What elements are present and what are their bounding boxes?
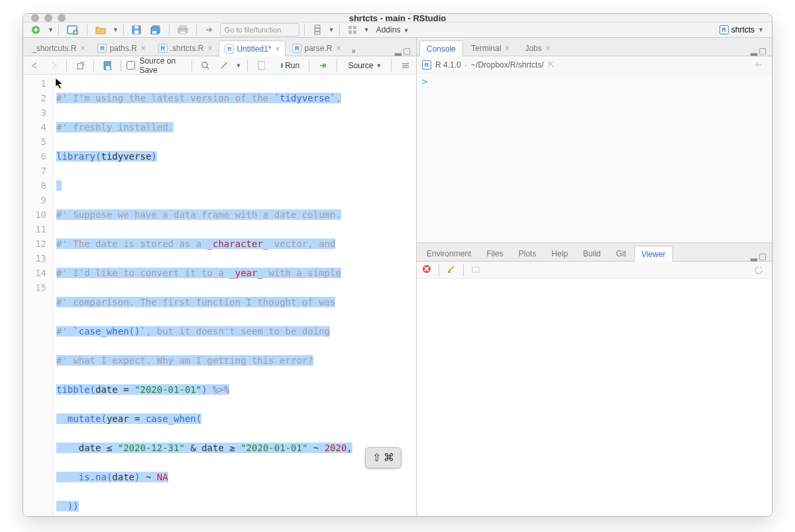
goto-file-input[interactable]: Go to file/function bbox=[220, 23, 299, 36]
maximize-pane-icon[interactable]: ▢ bbox=[759, 251, 767, 261]
right-column: Console Terminal× Jobs× ▂ ▢ R R 4.1.0 · … bbox=[417, 38, 772, 517]
find-icon[interactable] bbox=[197, 58, 212, 73]
notebook-icon[interactable] bbox=[254, 58, 268, 73]
clear-viewer-icon[interactable] bbox=[447, 264, 456, 276]
project-menu[interactable]: R shrtcts ▼ bbox=[716, 25, 768, 34]
minimize-pane-icon[interactable]: ▂ bbox=[751, 251, 757, 261]
svg-point-23 bbox=[226, 62, 227, 64]
grid-caret[interactable]: ▼ bbox=[329, 27, 335, 33]
tab-terminal[interactable]: Terminal× bbox=[464, 40, 517, 56]
viewer-pane: Environment Files Plots Help Build Git V… bbox=[417, 243, 772, 517]
source-pane: _shortcuts.R× Rpaths.R× R.shrtcts.R× RUn… bbox=[23, 38, 417, 517]
svg-rect-5 bbox=[134, 26, 138, 28]
r-version: R 4.1.0 bbox=[435, 60, 461, 70]
console-tabs: Console Terminal× Jobs× ▂ ▢ bbox=[417, 38, 772, 56]
viewer-body bbox=[417, 279, 772, 517]
open-file-button[interactable] bbox=[92, 23, 109, 37]
tab-shortcuts[interactable]: _shortcuts.R× bbox=[26, 40, 91, 56]
print-button[interactable] bbox=[174, 23, 191, 37]
tab-jobs[interactable]: Jobs× bbox=[517, 40, 557, 56]
wand-icon[interactable] bbox=[216, 58, 231, 73]
addins-menu[interactable]: Addins ▼ bbox=[372, 25, 413, 34]
viewer-toolbar bbox=[417, 262, 772, 279]
file-tabs: _shortcuts.R× Rpaths.R× R.shrtcts.R× RUn… bbox=[23, 38, 416, 56]
grid-button[interactable] bbox=[309, 23, 325, 37]
svg-rect-14 bbox=[315, 32, 320, 34]
svg-rect-8 bbox=[152, 31, 156, 34]
svg-rect-9 bbox=[180, 26, 186, 28]
new-file-caret[interactable]: ▼ bbox=[48, 27, 54, 33]
tab-build[interactable]: Build bbox=[576, 245, 608, 261]
tab-help[interactable]: Help bbox=[544, 245, 575, 261]
close-icon[interactable]: × bbox=[337, 44, 341, 53]
close-icon[interactable]: × bbox=[546, 44, 551, 53]
rerun-icon[interactable] bbox=[315, 58, 331, 73]
save-all-button[interactable] bbox=[147, 23, 164, 37]
tab-shrtcts[interactable]: R.shrtcts.R× bbox=[152, 40, 219, 56]
save-file-icon[interactable] bbox=[100, 58, 115, 73]
export-viewer-icon[interactable] bbox=[471, 264, 480, 276]
working-dir[interactable]: ~/Dropbox/R/shrtcts/ bbox=[471, 60, 544, 70]
close-icon[interactable]: × bbox=[275, 44, 280, 54]
svg-rect-19 bbox=[78, 64, 83, 69]
save-button[interactable] bbox=[129, 23, 144, 37]
keypress-overlay: ⇧ ⌘ bbox=[365, 447, 401, 468]
source-on-save-label: Source on Save bbox=[139, 56, 185, 75]
clear-console-icon[interactable] bbox=[751, 58, 767, 72]
tab-paths[interactable]: Rpaths.R× bbox=[91, 40, 151, 56]
console-pane: Console Terminal× Jobs× ▂ ▢ R R 4.1.0 · … bbox=[417, 38, 772, 243]
svg-rect-13 bbox=[315, 28, 320, 31]
close-icon[interactable]: × bbox=[207, 44, 212, 53]
svg-point-22 bbox=[202, 62, 207, 68]
project-name: shrtcts bbox=[731, 25, 755, 34]
svg-rect-18 bbox=[353, 30, 356, 34]
tab-files[interactable]: Files bbox=[479, 245, 510, 261]
console-toolbar: R R 4.1.0 · ~/Dropbox/R/shrtcts/ ⇱ bbox=[417, 56, 772, 74]
minimize-pane-icon[interactable]: ▂ bbox=[751, 46, 757, 56]
close-icon[interactable]: × bbox=[141, 44, 146, 53]
more-tabs-icon[interactable]: » bbox=[348, 46, 360, 56]
svg-rect-26 bbox=[258, 62, 265, 70]
open-recent-caret[interactable]: ▼ bbox=[113, 27, 119, 33]
main-toolbar: ▼ ▼ Go to file/function ▼ bbox=[23, 23, 772, 38]
outline-icon[interactable] bbox=[398, 58, 412, 73]
source-button[interactable]: Source ▼ bbox=[343, 58, 385, 73]
back-icon[interactable] bbox=[27, 58, 42, 73]
console-body[interactable]: > bbox=[417, 74, 772, 242]
tab-git[interactable]: Git bbox=[609, 245, 633, 261]
remove-viewer-icon[interactable] bbox=[422, 264, 431, 276]
svg-rect-11 bbox=[180, 31, 186, 34]
panes-caret[interactable]: ▼ bbox=[364, 27, 370, 33]
refresh-viewer-icon[interactable] bbox=[751, 263, 767, 278]
tab-parse[interactable]: Rparse.R× bbox=[286, 40, 346, 56]
window-title: shrtcts - main - RStudio bbox=[23, 13, 772, 23]
svg-point-25 bbox=[227, 64, 228, 66]
maximize-pane-icon[interactable]: ▢ bbox=[759, 46, 767, 56]
run-button[interactable]: Run bbox=[276, 58, 303, 73]
code-editor[interactable]: 1 2 3 4 5 6 7 8 9 10 11 12 13 14 15 #' I… bbox=[23, 75, 416, 517]
gutter: 1 2 3 4 5 6 7 8 9 10 11 12 13 14 15 bbox=[23, 75, 54, 517]
r-logo-icon: R bbox=[422, 60, 431, 70]
tab-viewer[interactable]: Viewer bbox=[634, 246, 672, 262]
r-project-icon: R bbox=[719, 25, 729, 34]
code-body[interactable]: #' I'm using the latest version of the `… bbox=[54, 75, 416, 517]
tab-environment[interactable]: Environment bbox=[419, 245, 478, 261]
panes-button[interactable] bbox=[344, 23, 360, 37]
minimize-pane-icon[interactable]: ▂ bbox=[395, 46, 401, 56]
pane-resize: ▂ ▢ bbox=[395, 46, 413, 56]
r-file-icon: R bbox=[292, 44, 301, 53]
new-file-button[interactable] bbox=[27, 23, 44, 37]
svg-rect-16 bbox=[353, 26, 356, 29]
forward-icon[interactable] bbox=[46, 58, 60, 73]
tab-console[interactable]: Console bbox=[419, 40, 463, 56]
close-icon[interactable]: × bbox=[80, 44, 85, 53]
tab-plots[interactable]: Plots bbox=[511, 245, 544, 261]
new-project-button[interactable] bbox=[64, 23, 82, 37]
popout-icon[interactable] bbox=[73, 58, 87, 73]
close-icon[interactable]: × bbox=[505, 44, 509, 53]
maximize-pane-icon[interactable]: ▢ bbox=[403, 46, 411, 56]
source-on-save-checkbox[interactable] bbox=[127, 61, 135, 70]
tab-untitled1[interactable]: RUntitled1*× bbox=[219, 40, 286, 56]
viewer-tabs: Environment Files Plots Help Build Git V… bbox=[417, 243, 772, 262]
popout-icon[interactable]: ⇱ bbox=[548, 60, 555, 70]
